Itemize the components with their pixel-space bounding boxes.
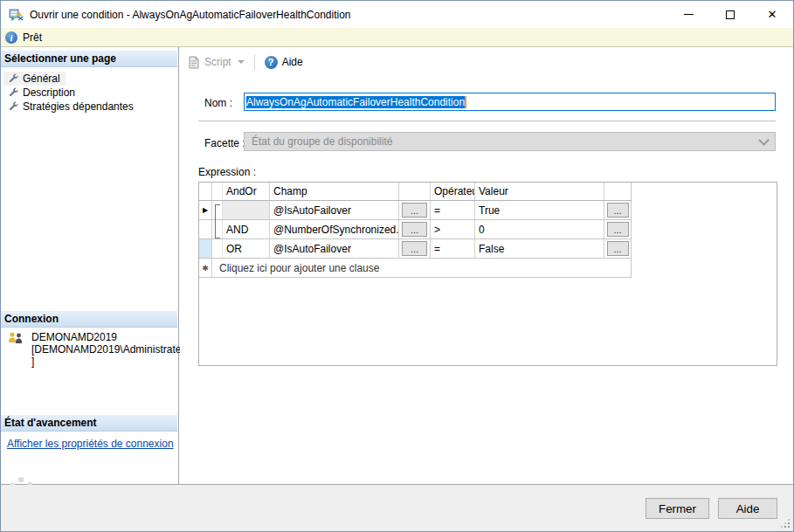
content-area: Sélectionner une page Général Descriptio… — [1, 47, 793, 485]
sidebar-item-label: Général — [23, 73, 60, 85]
facet-value: État du groupe de disponibilité — [252, 135, 392, 148]
main-panel: Script ? Aide Nom : AlwaysOnAgAutomaticF… — [180, 47, 793, 484]
toolbar: Script ? Aide — [183, 52, 307, 73]
header-ellipsis-cell — [399, 183, 431, 200]
operator-cell[interactable]: > — [431, 220, 475, 238]
minimize-icon — [684, 14, 694, 15]
footer: Fermer Aide — [1, 485, 793, 531]
script-button[interactable]: Script — [183, 54, 249, 71]
header-operator: Opérateur — [431, 183, 475, 200]
row-selector: ✱ — [199, 259, 212, 277]
aide-button[interactable]: Aide — [718, 498, 777, 519]
fermer-button[interactable]: Fermer — [646, 498, 709, 519]
clause-row: AND @NumberOfSynchronized... ... > 0 ... — [199, 220, 632, 239]
resize-grip[interactable] — [781, 519, 790, 528]
dialog-window: Ouvrir une condition - AlwaysOnAgAutomat… — [0, 0, 794, 532]
header-andor: AndOr — [223, 183, 270, 200]
sidebar-item-label: Description — [23, 86, 75, 99]
value-ellipsis-cell: ... — [604, 201, 632, 219]
connection-properties-link[interactable]: Afficher les propriétés de connexion — [7, 438, 174, 450]
row-selector[interactable] — [199, 220, 212, 238]
field-cell[interactable]: @IsAutoFailover — [270, 239, 399, 258]
expression-label: Expression : — [198, 166, 256, 178]
sidebar: Sélectionner une page Général Descriptio… — [1, 47, 179, 484]
field-cell[interactable]: @NumberOfSynchronized... — [270, 220, 399, 238]
current-row-icon: ▶ — [203, 207, 208, 214]
sidebar-item-strategies-dependantes[interactable]: Stratégies dépendantes — [3, 100, 139, 114]
text-caret — [465, 96, 466, 108]
sidebar-item-general[interactable]: Général — [3, 72, 66, 86]
select-page-header: Sélectionner une page — [1, 51, 177, 67]
help-icon: ? — [265, 56, 278, 69]
clause-row: ▶ @IsAutoFailover ... = True ... — [199, 201, 632, 220]
connection-name: DEMONAMD2019 [DEMONAMD2019\Administrateu… — [31, 331, 176, 368]
wrench-icon — [8, 73, 18, 84]
script-icon — [188, 56, 200, 69]
value-ellipsis-cell: ... — [604, 239, 632, 258]
condition-icon — [9, 8, 24, 22]
clause-group-bracket — [215, 204, 220, 238]
row-selector[interactable]: ▶ — [199, 201, 212, 219]
ellipsis-button[interactable]: ... — [607, 222, 629, 237]
andor-cell[interactable]: AND — [223, 220, 270, 238]
add-clause-prompt[interactable]: Cliquez ici pour ajouter une clause — [212, 259, 632, 277]
info-icon: i — [5, 31, 17, 44]
window-title: Ouvrir une condition - AlwaysOnAgAutomat… — [30, 9, 351, 21]
form-separator — [198, 121, 776, 121]
ellipsis-button[interactable]: ... — [607, 203, 629, 218]
operator-cell[interactable]: = — [431, 239, 475, 258]
toolbar-separator — [254, 55, 255, 70]
chevron-down-icon — [758, 135, 770, 146]
status-strip: i Prêt — [1, 28, 793, 47]
value-cell[interactable]: True — [475, 201, 604, 219]
chevron-down-icon — [238, 60, 245, 64]
sidebar-item-description[interactable]: Description — [3, 86, 80, 100]
facet-label: Facette : — [204, 137, 245, 149]
field-cell[interactable]: @IsAutoFailover — [270, 201, 399, 219]
header-value: Valeur — [475, 183, 604, 200]
new-row-icon: ✱ — [202, 264, 209, 273]
ellipsis-button[interactable]: ... — [402, 222, 427, 237]
header-field: Champ — [270, 183, 399, 200]
facet-select[interactable]: État du groupe de disponibilité — [244, 132, 776, 151]
value-cell[interactable]: False — [475, 239, 604, 258]
header-row-selector — [199, 183, 212, 200]
connection-info: DEMONAMD2019 [DEMONAMD2019\Administrateu… — [7, 331, 176, 368]
ellipsis-button[interactable]: ... — [607, 241, 629, 256]
status-text: Prêt — [23, 31, 42, 44]
ellipsis-button[interactable]: ... — [402, 241, 427, 256]
progress-header: État d'avancement — [1, 415, 177, 432]
value-cell[interactable]: 0 — [475, 220, 604, 238]
andor-cell[interactable]: OR — [223, 239, 270, 258]
bracket-cell — [212, 239, 223, 258]
field-ellipsis-cell: ... — [399, 220, 431, 238]
minimize-button[interactable] — [667, 1, 709, 28]
new-clause-row[interactable]: ✱ Cliquez ici pour ajouter une clause — [199, 259, 632, 278]
connection-line: DEMONAMD2019 — [31, 331, 176, 343]
close-button[interactable]: ✕ — [751, 1, 793, 28]
sidebar-item-label: Stratégies dépendantes — [23, 100, 134, 113]
clause-grid: AndOr Champ Opérateur Valeur ▶ @IsAutoFa… — [199, 183, 632, 278]
row-selector[interactable] — [199, 239, 212, 258]
andor-cell[interactable] — [223, 201, 270, 219]
header-ellipsis-cell — [604, 183, 632, 200]
operator-cell[interactable]: = — [431, 201, 475, 219]
users-icon — [7, 331, 24, 345]
name-input[interactable]: AlwaysOnAgAutomaticFailoverHealthConditi… — [244, 93, 776, 111]
connection-header: Connexion — [1, 311, 177, 328]
expression-editor: AndOr Champ Opérateur Valeur ▶ @IsAutoFa… — [198, 182, 777, 366]
header-bracket-cell — [212, 183, 223, 200]
field-ellipsis-cell: ... — [399, 201, 431, 219]
ellipsis-button[interactable]: ... — [402, 203, 427, 218]
field-ellipsis-cell: ... — [399, 239, 431, 258]
connection-line: ] — [31, 356, 176, 368]
value-ellipsis-cell: ... — [604, 220, 632, 238]
wrench-icon — [8, 101, 18, 112]
help-toolbar-button[interactable]: ? Aide — [260, 54, 307, 71]
wrench-icon — [8, 87, 18, 98]
grid-header-row: AndOr Champ Opérateur Valeur — [199, 183, 632, 201]
close-icon: ✕ — [768, 9, 777, 20]
maximize-button[interactable] — [709, 1, 751, 28]
script-label: Script — [204, 56, 231, 68]
help-label: Aide — [282, 56, 303, 68]
